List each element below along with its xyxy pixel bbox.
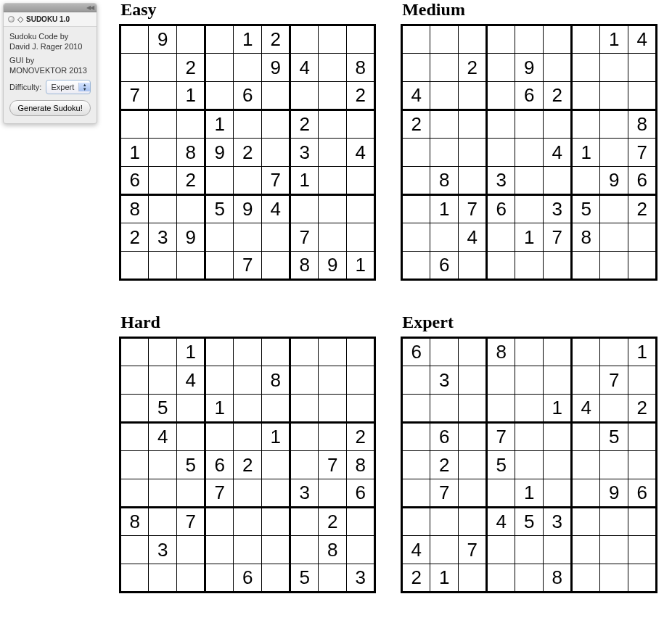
sudoku-cell[interactable]: 7 <box>600 366 628 395</box>
sudoku-cell[interactable] <box>205 564 234 593</box>
sudoku-cell[interactable]: 5 <box>177 451 205 479</box>
sudoku-cell[interactable] <box>319 82 347 110</box>
sudoku-cell[interactable] <box>234 338 262 366</box>
sudoku-cell[interactable] <box>402 451 430 479</box>
sudoku-cell[interactable] <box>319 195 347 223</box>
difficulty-select[interactable]: Expert ▲▼ <box>46 80 91 94</box>
sudoku-cell[interactable] <box>234 508 262 536</box>
sudoku-cell[interactable] <box>149 139 177 167</box>
sudoku-cell[interactable] <box>487 252 515 280</box>
sudoku-cell[interactable] <box>430 82 459 110</box>
sudoku-cell[interactable] <box>177 564 205 593</box>
sudoku-cell[interactable] <box>515 564 544 593</box>
sudoku-cell[interactable] <box>205 508 234 536</box>
sudoku-cell[interactable]: 1 <box>177 82 205 110</box>
sudoku-cell[interactable] <box>487 25 515 54</box>
sudoku-cell[interactable] <box>319 223 347 252</box>
sudoku-cell[interactable] <box>600 110 628 139</box>
sudoku-cell[interactable] <box>290 395 319 423</box>
sudoku-cell[interactable] <box>205 25 234 54</box>
sudoku-cell[interactable]: 7 <box>628 139 657 167</box>
sudoku-cell[interactable] <box>515 195 544 223</box>
sudoku-cell[interactable] <box>487 54 515 82</box>
sudoku-cell[interactable] <box>402 395 430 423</box>
sudoku-cell[interactable] <box>234 167 262 195</box>
sudoku-cell[interactable] <box>149 366 177 395</box>
sudoku-cell[interactable]: 2 <box>290 110 319 139</box>
sudoku-cell[interactable] <box>459 25 487 54</box>
sudoku-cell[interactable] <box>234 54 262 82</box>
sudoku-cell[interactable] <box>487 564 515 593</box>
generate-button[interactable]: Generate Sudoku! <box>9 100 91 116</box>
sudoku-cell[interactable] <box>120 395 149 423</box>
sudoku-cell[interactable] <box>459 395 487 423</box>
sudoku-cell[interactable]: 6 <box>487 195 515 223</box>
sudoku-cell[interactable]: 1 <box>600 25 628 54</box>
sudoku-cell[interactable] <box>177 195 205 223</box>
sudoku-cell[interactable] <box>430 395 459 423</box>
sudoku-cell[interactable]: 5 <box>487 451 515 479</box>
sudoku-cell[interactable]: 3 <box>149 223 177 252</box>
sudoku-cell[interactable] <box>600 564 628 593</box>
sudoku-cell[interactable] <box>402 423 430 451</box>
sudoku-cell[interactable] <box>515 366 544 395</box>
sudoku-cell[interactable] <box>572 25 600 54</box>
sudoku-cell[interactable]: 9 <box>515 54 544 82</box>
sudoku-cell[interactable] <box>459 139 487 167</box>
sudoku-cell[interactable]: 1 <box>515 223 544 252</box>
sudoku-cell[interactable] <box>262 395 290 423</box>
sudoku-cell[interactable]: 6 <box>430 252 459 280</box>
sudoku-cell[interactable] <box>487 395 515 423</box>
sudoku-cell[interactable] <box>572 167 600 195</box>
sudoku-cell[interactable]: 6 <box>430 423 459 451</box>
sudoku-cell[interactable] <box>628 366 657 395</box>
sudoku-cell[interactable] <box>402 508 430 536</box>
sudoku-cell[interactable] <box>290 508 319 536</box>
sudoku-cell[interactable] <box>544 479 572 508</box>
sudoku-cell[interactable] <box>487 82 515 110</box>
sudoku-cell[interactable]: 7 <box>120 82 149 110</box>
sudoku-cell[interactable] <box>600 82 628 110</box>
sudoku-cell[interactable] <box>262 223 290 252</box>
sudoku-cell[interactable] <box>149 479 177 508</box>
sudoku-cell[interactable] <box>262 139 290 167</box>
sudoku-cell[interactable]: 2 <box>347 423 375 451</box>
sudoku-cell[interactable]: 7 <box>544 223 572 252</box>
sudoku-cell[interactable]: 5 <box>290 564 319 593</box>
sudoku-cell[interactable] <box>544 252 572 280</box>
sudoku-cell[interactable] <box>319 395 347 423</box>
sudoku-cell[interactable] <box>149 338 177 366</box>
sudoku-cell[interactable] <box>205 167 234 195</box>
sudoku-cell[interactable]: 2 <box>402 110 430 139</box>
sudoku-cell[interactable] <box>120 423 149 451</box>
sudoku-cell[interactable] <box>234 423 262 451</box>
sudoku-cell[interactable] <box>515 252 544 280</box>
sudoku-cell[interactable] <box>262 110 290 139</box>
sudoku-cell[interactable] <box>319 167 347 195</box>
sudoku-cell[interactable]: 8 <box>319 536 347 564</box>
sudoku-cell[interactable]: 2 <box>120 223 149 252</box>
sudoku-cell[interactable] <box>234 395 262 423</box>
sudoku-cell[interactable]: 6 <box>234 564 262 593</box>
sudoku-cell[interactable] <box>544 110 572 139</box>
sudoku-cell[interactable] <box>290 451 319 479</box>
sudoku-cell[interactable]: 8 <box>347 54 375 82</box>
sudoku-cell[interactable]: 2 <box>430 451 459 479</box>
sudoku-cell[interactable] <box>515 395 544 423</box>
sudoku-cell[interactable] <box>319 564 347 593</box>
sudoku-cell[interactable]: 8 <box>628 110 657 139</box>
sudoku-cell[interactable]: 2 <box>319 508 347 536</box>
sudoku-cell[interactable]: 2 <box>177 54 205 82</box>
sudoku-cell[interactable] <box>600 54 628 82</box>
sudoku-cell[interactable]: 8 <box>120 508 149 536</box>
sudoku-cell[interactable]: 9 <box>600 167 628 195</box>
sudoku-cell[interactable]: 9 <box>262 54 290 82</box>
sudoku-cell[interactable] <box>515 536 544 564</box>
sudoku-cell[interactable]: 4 <box>572 395 600 423</box>
sudoku-cell[interactable] <box>347 167 375 195</box>
sudoku-cell[interactable] <box>319 366 347 395</box>
sudoku-cell[interactable] <box>544 366 572 395</box>
sudoku-cell[interactable]: 4 <box>290 54 319 82</box>
sudoku-cell[interactable] <box>177 110 205 139</box>
sudoku-cell[interactable] <box>600 195 628 223</box>
